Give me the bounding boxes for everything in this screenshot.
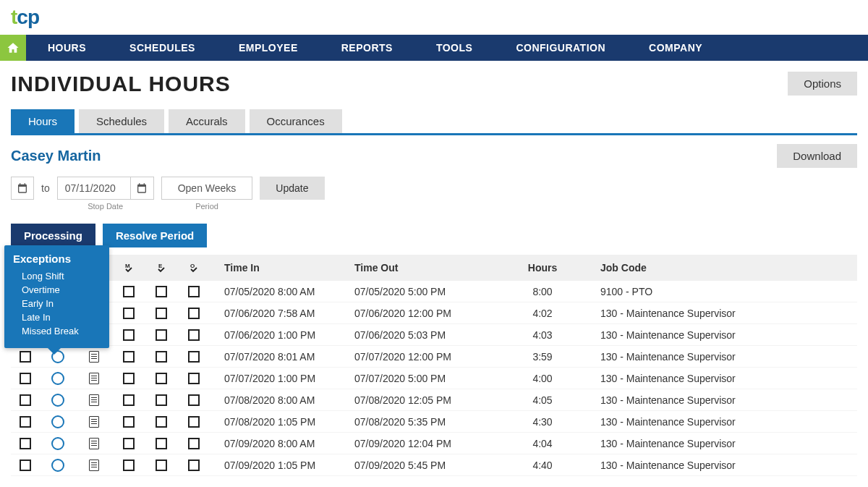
other-approve-checkbox[interactable]	[188, 460, 200, 471]
header-timeout: Time Out	[354, 262, 499, 274]
stop-date-label: Stop Date	[88, 202, 123, 211]
cell-hours: 4:04	[499, 438, 586, 449]
nav-item-reports[interactable]: REPORTS	[320, 35, 414, 61]
cell-jobcode: 130 - Maintenance Supervisor	[586, 394, 857, 406]
employee-approve-checkbox[interactable]	[156, 329, 167, 341]
manager-approve-checkbox[interactable]	[123, 286, 135, 297]
other-approve-checkbox[interactable]	[188, 373, 200, 384]
options-button[interactable]: Options	[788, 72, 857, 96]
tab-hours[interactable]: Hours	[11, 109, 75, 133]
other-approve-checkbox[interactable]	[188, 351, 200, 363]
cell-hours: 3:59	[499, 351, 586, 363]
calendar-icon	[136, 182, 148, 194]
cell-timein: 07/08/2020 1:05 PM	[210, 416, 354, 428]
tab-accurals[interactable]: Accurals	[169, 109, 245, 133]
svg-text:E: E	[158, 263, 163, 269]
cell-timein: 07/07/2020 8:01 AM	[210, 351, 354, 363]
update-button[interactable]: Update	[260, 177, 324, 200]
stop-date-input[interactable]	[58, 182, 130, 194]
other-approve-checkbox[interactable]	[188, 286, 200, 297]
tab-occurances[interactable]: Occurances	[250, 109, 342, 133]
stop-date-input-wrap[interactable]	[57, 177, 154, 200]
start-date-picker[interactable]	[11, 177, 34, 200]
nav-item-employee[interactable]: EMPLOYEE	[217, 35, 320, 61]
status-indicator-icon[interactable]	[51, 415, 64, 428]
other-approve-checkbox[interactable]	[188, 329, 200, 341]
cell-jobcode: 130 - Maintenance Supervisor	[586, 329, 857, 341]
manager-approve-checkbox[interactable]	[123, 351, 135, 363]
status-indicator-icon[interactable]	[51, 372, 64, 385]
status-indicator-icon[interactable]	[51, 437, 64, 450]
employee-approve-checkbox[interactable]	[156, 394, 167, 406]
other-approve-checkbox[interactable]	[188, 308, 200, 319]
tab-schedules[interactable]: Schedules	[79, 109, 164, 133]
note-icon[interactable]	[89, 373, 99, 384]
manager-approve-checkbox[interactable]	[123, 460, 135, 471]
svg-text:M: M	[125, 263, 130, 269]
row-select-checkbox[interactable]	[20, 351, 31, 363]
cell-jobcode: 130 - Maintenance Supervisor	[586, 308, 857, 319]
other-approve-checkbox[interactable]	[188, 394, 200, 406]
manager-approve-checkbox[interactable]	[123, 438, 135, 449]
nav-item-company[interactable]: COMPANY	[627, 35, 724, 61]
cell-jobcode: 130 - Maintenance Supervisor	[586, 460, 857, 471]
row-select-checkbox[interactable]	[20, 416, 31, 428]
logo-text: tcp	[11, 6, 39, 28]
row-select-checkbox[interactable]	[20, 394, 31, 406]
header-jobcode: Job Code	[586, 262, 857, 274]
period-label: Period	[195, 202, 218, 211]
header-hours: Hours	[499, 262, 586, 274]
employee-approve-checkbox[interactable]	[156, 373, 167, 384]
table-header: M E O Time In Time Out Hours Job Code	[11, 255, 857, 281]
note-icon[interactable]	[89, 416, 99, 428]
note-icon[interactable]	[89, 438, 99, 449]
manager-approve-checkbox[interactable]	[123, 416, 135, 428]
manager-approve-checkbox[interactable]	[123, 394, 135, 406]
employee-approve-checkbox[interactable]	[156, 438, 167, 449]
stop-date-picker[interactable]	[130, 177, 153, 200]
nav-item-schedules[interactable]: SCHEDULES	[108, 35, 217, 61]
employee-name: Casey Martin	[11, 148, 101, 164]
employee-approve-checkbox[interactable]	[156, 351, 167, 363]
table-row: 07/08/2020 8:00 AM07/08/2020 12:05 PM4:0…	[11, 389, 857, 411]
nav-item-configuration[interactable]: CONFIGURATION	[494, 35, 627, 61]
resolve-period-button[interactable]: Resolve Period	[103, 224, 207, 247]
other-approve-checkbox[interactable]	[188, 438, 200, 449]
table-row: 07/06/2020 1:00 PM07/06/2020 5:03 PM4:03…	[11, 324, 857, 346]
nav-item-hours[interactable]: HOURS	[26, 35, 108, 61]
row-select-checkbox[interactable]	[20, 438, 31, 449]
nav-item-tools[interactable]: TOOLS	[414, 35, 494, 61]
home-icon	[7, 41, 20, 54]
status-indicator-icon[interactable]	[51, 459, 64, 472]
home-button[interactable]	[0, 35, 26, 61]
table-row: 07/08/2020 1:05 PM07/08/2020 5:35 PM4:30…	[11, 411, 857, 433]
status-indicator-icon[interactable]	[51, 394, 64, 407]
cell-timeout: 07/09/2020 12:04 PM	[354, 438, 499, 449]
cell-jobcode: 130 - Maintenance Supervisor	[586, 416, 857, 428]
exception-missed-break[interactable]: Missed Break	[13, 324, 98, 338]
employee-approve-checkbox[interactable]	[156, 308, 167, 319]
note-icon[interactable]	[89, 460, 99, 471]
manager-approve-checkbox[interactable]	[123, 308, 135, 319]
note-icon[interactable]	[89, 394, 99, 406]
exception-late-in[interactable]: Late In	[13, 310, 98, 324]
manager-approve-checkbox[interactable]	[123, 329, 135, 341]
processing-button[interactable]: Processing	[11, 224, 95, 247]
row-select-checkbox[interactable]	[20, 373, 31, 384]
period-button[interactable]: Open Weeks	[161, 177, 253, 200]
other-approval-header-icon: O	[189, 262, 199, 274]
download-button[interactable]: Download	[777, 144, 857, 168]
filter-row: to Stop Date Open Weeks Period Update	[11, 177, 857, 211]
employee-approve-checkbox[interactable]	[156, 460, 167, 471]
header-timein: Time In	[210, 262, 354, 274]
row-select-checkbox[interactable]	[20, 460, 31, 471]
manager-approve-checkbox[interactable]	[123, 373, 135, 384]
exception-early-in[interactable]: Early In	[13, 297, 98, 310]
calendar-icon	[17, 182, 28, 194]
exception-long-shift[interactable]: Long Shift	[13, 269, 98, 283]
employee-approve-checkbox[interactable]	[156, 416, 167, 428]
other-approve-checkbox[interactable]	[188, 416, 200, 428]
exception-overtime[interactable]: Overtime	[13, 283, 98, 297]
employee-approve-checkbox[interactable]	[156, 286, 167, 297]
note-icon[interactable]	[89, 351, 99, 363]
